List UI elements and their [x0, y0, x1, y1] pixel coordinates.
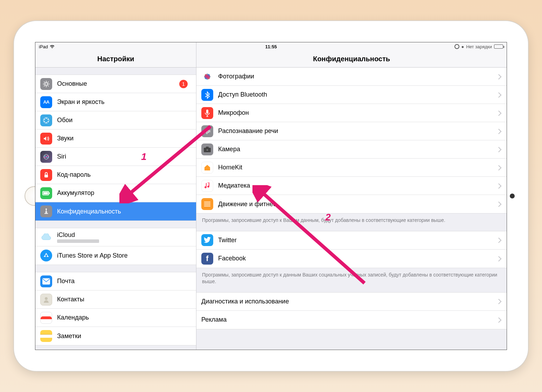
detail-group: Диагностика и использованиеРеклама: [196, 292, 507, 329]
chevron-right-icon: [498, 318, 502, 322]
motion-icon: [201, 198, 213, 210]
detail-item-photos[interactable]: Фотографии: [196, 68, 507, 86]
sidebar-item-notes[interactable]: Заметки: [35, 327, 196, 345]
row-label: Экран и яркость: [57, 98, 191, 106]
sidebar-item-icloud[interactable]: iCloud: [35, 228, 196, 246]
svg-line-7: [44, 85, 45, 86]
detail-item-homekit[interactable]: HomeKit: [196, 159, 507, 177]
row-label: Обои: [57, 117, 191, 124]
row-label: iCloud: [57, 231, 191, 239]
sidebar-item-privacy[interactable]: Конфиденциальность: [35, 202, 196, 220]
detail-group: TwitterfFacebook: [196, 231, 507, 268]
settings-sidebar: Настройки Основные1AAЭкран и яркостьОбои…: [35, 42, 196, 350]
sidebar-group: iCloudiTunes Store и App Store: [35, 228, 196, 265]
row-label: Почта: [57, 278, 191, 285]
sidebar-item-general[interactable]: Основные1: [35, 75, 196, 93]
svg-point-21: [46, 209, 47, 210]
twitter-icon: [201, 234, 213, 246]
homekit-icon: [201, 162, 213, 174]
sidebar-item-battery[interactable]: Аккумулятор: [35, 184, 196, 202]
row-label: Основные: [57, 80, 179, 88]
sidebar-item-calendar[interactable]: Календарь: [35, 309, 196, 327]
svg-rect-23: [42, 278, 50, 285]
general-icon: [40, 78, 52, 90]
contacts-icon: [40, 294, 52, 306]
detail-item-facebook[interactable]: fFacebook: [196, 250, 507, 268]
sidebar-item-display[interactable]: AAЭкран и яркость: [35, 93, 196, 111]
svg-point-40: [206, 148, 209, 151]
detail-item-speech[interactable]: Распознавание речи: [196, 122, 507, 140]
svg-point-15: [44, 119, 45, 120]
camera-icon: [201, 144, 213, 155]
svg-rect-38: [209, 130, 210, 132]
mic-icon: [201, 107, 213, 119]
chevron-right-icon: [498, 129, 502, 133]
detail-item-camera[interactable]: Камера: [196, 140, 507, 159]
detail-item-media[interactable]: Медиатека: [196, 177, 507, 195]
alarm-icon: ●: [461, 44, 464, 49]
battery-icon: [494, 44, 503, 49]
siri-icon: [40, 151, 52, 163]
detail-item-bluetooth[interactable]: Доступ Bluetooth: [196, 86, 507, 104]
svg-rect-20: [43, 192, 48, 194]
detail-item-twitter[interactable]: Twitter: [196, 231, 507, 250]
group-footer: Программы, запросившие доступ к данным В…: [196, 268, 507, 285]
row-label: Доступ Bluetooth: [218, 91, 498, 98]
bluetooth-icon: [201, 89, 213, 101]
row-label: HomeKit: [218, 164, 498, 171]
sidebar-item-passcode[interactable]: Код-пароль: [35, 166, 196, 184]
detail-item-ads[interactable]: Реклама: [196, 311, 507, 329]
status-bar: iPad 11:55 ● Нет зарядки: [35, 42, 507, 51]
chevron-right-icon: [498, 166, 502, 170]
detail-item-diag[interactable]: Диагностика и использование: [196, 293, 507, 311]
row-label: Микрофон: [218, 109, 498, 117]
sidebar-item-sounds[interactable]: Звуки: [35, 130, 196, 148]
svg-rect-17: [44, 175, 48, 177]
svg-rect-35: [205, 130, 206, 133]
svg-rect-34: [204, 131, 204, 132]
row-label: Заметки: [57, 332, 191, 340]
svg-rect-37: [208, 130, 209, 133]
chevron-right-icon: [498, 238, 502, 242]
redacted-email: [57, 239, 99, 243]
calendar-icon: [40, 312, 52, 324]
facebook-icon: f: [201, 253, 213, 265]
chevron-right-icon: [498, 299, 502, 303]
svg-rect-41: [206, 147, 209, 148]
chevron-right-icon: [498, 111, 502, 115]
sidebar-item-contacts[interactable]: Контакты: [35, 290, 196, 309]
passcode-icon: [40, 169, 52, 181]
device-label: iPad: [39, 44, 48, 49]
icloud-icon: [40, 231, 52, 243]
detail-item-motion[interactable]: Движение и фитнес: [196, 195, 507, 213]
svg-rect-36: [207, 128, 207, 134]
svg-point-12: [48, 121, 49, 122]
battery-icon: [40, 187, 52, 199]
wifi-icon: [49, 44, 55, 49]
charging-label: Нет зарядки: [466, 44, 492, 49]
svg-point-10: [46, 118, 47, 119]
chevron-right-icon: [498, 93, 502, 97]
row-label: iTunes Store и App Store: [57, 252, 191, 259]
sidebar-item-siri[interactable]: Siri: [35, 148, 196, 166]
svg-point-13: [46, 122, 47, 123]
group-footer: Программы, запросившие доступ к Вашим да…: [196, 214, 507, 224]
appstore-icon: [40, 250, 52, 261]
svg-line-6: [48, 85, 48, 86]
sidebar-item-appstore[interactable]: iTunes Store и App Store: [35, 246, 196, 265]
svg-line-8: [48, 82, 48, 82]
row-label: Распознавание речи: [218, 127, 498, 135]
rotation-lock-icon: [454, 44, 459, 49]
sidebar-item-wallpaper[interactable]: Обои: [35, 111, 196, 130]
detail-item-mic[interactable]: Микрофон: [196, 104, 507, 122]
speech-icon: [201, 125, 213, 137]
chevron-right-icon: [498, 202, 502, 206]
sidebar-item-mail[interactable]: Почта: [35, 272, 196, 290]
svg-point-11: [48, 119, 49, 120]
detail-group: ФотографииДоступ BluetoothМикрофонРаспоз…: [196, 68, 507, 214]
row-label: Контакты: [57, 296, 191, 303]
svg-point-0: [45, 83, 48, 85]
svg-point-24: [45, 297, 48, 300]
annotation-label-1: 1: [141, 151, 147, 162]
row-label: Календарь: [57, 314, 191, 321]
